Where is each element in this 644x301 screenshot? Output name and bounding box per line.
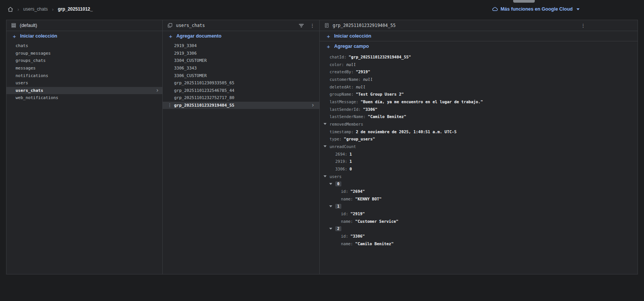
field-row-2919[interactable]: 2919:1 bbox=[320, 158, 638, 165]
document-item-label: grp_20251101232752717_80 bbox=[174, 95, 234, 100]
field-row-users[interactable]: users bbox=[320, 173, 638, 180]
field-key: customerName: bbox=[330, 77, 361, 82]
field-key: lastMessage: bbox=[330, 99, 358, 104]
field-row-name[interactable]: name:"Customer Service" bbox=[320, 217, 638, 225]
start-collection-label: Iniciar colección bbox=[20, 33, 57, 39]
collection-item-groups_chats[interactable]: groups_chats bbox=[6, 57, 162, 65]
breadcrumb-separator-icon: › bbox=[52, 7, 53, 12]
breadcrumb-item-current: grp_202511012_ bbox=[58, 6, 93, 12]
add-field-button[interactable]: + Agregar campo bbox=[320, 41, 638, 51]
add-document-button[interactable]: + Agregar documento bbox=[163, 31, 319, 41]
collection-item-label: users_chats bbox=[16, 88, 43, 93]
field-row-2694[interactable]: 2694:1 bbox=[320, 150, 638, 158]
collection-item-notifications[interactable]: notifications bbox=[6, 72, 162, 79]
field-row-customerName[interactable]: customerName:null bbox=[320, 76, 638, 83]
document-item-label: 3304_CUSTOMER bbox=[174, 58, 207, 63]
field-row-color[interactable]: color:null bbox=[320, 61, 638, 68]
field-row-lastMessage[interactable]: lastMessage:"Buen día, ya me encuentro e… bbox=[320, 98, 638, 106]
field-value-null: null bbox=[363, 77, 372, 82]
start-collection-button[interactable]: + Iniciar colección bbox=[320, 31, 638, 41]
field-row-groupName[interactable]: groupName:"Test Group Users 2" bbox=[320, 90, 638, 98]
field-row-removedMembers[interactable]: removedMembers bbox=[320, 120, 638, 128]
filter-button[interactable] bbox=[298, 23, 304, 28]
document-item-2919_3304[interactable]: 2919_3304 bbox=[163, 42, 319, 50]
document-item-3306_3343[interactable]: 3306_3343 bbox=[163, 65, 319, 72]
collection-item-label: notifications bbox=[16, 73, 48, 78]
document-item-label: 2919_3306 bbox=[174, 51, 197, 56]
document-fields: chatId:"grp_20251101232919404_55"color:n… bbox=[320, 53, 638, 247]
collection-item-users_chats[interactable]: users_chats› bbox=[6, 87, 162, 95]
breadcrumb-separator-icon: › bbox=[17, 7, 19, 12]
collapse-triangle-icon[interactable] bbox=[329, 228, 332, 230]
collection-item-label: group_messages bbox=[16, 51, 51, 56]
field-row-2[interactable]: 2 bbox=[320, 225, 638, 233]
field-key: users bbox=[330, 174, 342, 179]
field-key: createdBy: bbox=[330, 69, 353, 74]
array-index-badge: 2 bbox=[335, 226, 341, 231]
field-row-createdBy[interactable]: createdBy:"2919" bbox=[320, 68, 638, 76]
field-row-name[interactable]: name:"Camilo Benitez" bbox=[320, 240, 638, 247]
field-row-id[interactable]: id:"2919" bbox=[320, 210, 638, 217]
field-key: type: bbox=[330, 137, 342, 141]
document-item-grp_20251101232752717_80[interactable]: grp_20251101232752717_80 bbox=[163, 94, 319, 102]
field-value: "Camilo Benitez" bbox=[368, 114, 406, 119]
document-item-label: 3306_3343 bbox=[174, 66, 197, 71]
field-row-unreadCount[interactable]: unreadCount bbox=[320, 143, 638, 150]
breadcrumb-item-collection[interactable]: users_chats bbox=[23, 6, 48, 12]
kebab-menu-button[interactable]: ⋮ bbox=[310, 23, 315, 28]
field-key: deletedAt: bbox=[330, 85, 353, 89]
collapse-triangle-icon[interactable] bbox=[324, 145, 327, 147]
more-functions-google-cloud-button[interactable]: Más funciones en Google Cloud bbox=[492, 6, 580, 12]
field-key: 2919: bbox=[335, 159, 347, 164]
field-value: "2694" bbox=[350, 189, 365, 194]
collapse-triangle-icon[interactable] bbox=[329, 183, 332, 185]
collapse-triangle-icon[interactable] bbox=[324, 175, 327, 177]
field-row-type[interactable]: type:"group_users" bbox=[320, 136, 638, 143]
collection-item-web_notifications[interactable]: web_notifications bbox=[6, 94, 162, 102]
collection-item-users[interactable]: users bbox=[6, 79, 162, 87]
field-value: "2919" bbox=[356, 69, 370, 74]
collection-item-chats[interactable]: chats bbox=[6, 42, 162, 50]
document-item-grp_20251101232546785_44[interactable]: grp_20251101232546785_44 bbox=[163, 87, 319, 95]
document-item-grp_20251101230933505_65[interactable]: grp_20251101230933505_65 bbox=[163, 79, 319, 87]
collection-item-group_messages[interactable]: group_messages bbox=[6, 50, 162, 57]
field-row-id[interactable]: id:"3306" bbox=[320, 233, 638, 240]
document-panel: grp_20251101232919404_55 ⋮ + Iniciar col… bbox=[320, 20, 638, 274]
top-bar: › users_chats › grp_202511012_ Más funci… bbox=[0, 0, 644, 18]
document-item-3306_CUSTOMER[interactable]: 3306_CUSTOMER bbox=[163, 72, 319, 79]
document-item-3304_CUSTOMER[interactable]: 3304_CUSTOMER bbox=[163, 57, 319, 65]
field-row-name[interactable]: name:"KENNY BOT" bbox=[320, 195, 638, 203]
firestore-panels: (default) + Iniciar colección chatsgroup… bbox=[6, 20, 638, 274]
collapse-triangle-icon[interactable] bbox=[329, 205, 332, 207]
collapse-triangle-icon[interactable] bbox=[324, 123, 327, 125]
field-value: "Customer Service" bbox=[355, 219, 399, 224]
document-item-grp_20251101232919404_55[interactable]: ⋮grp_20251101232919404_55› bbox=[163, 102, 319, 109]
field-row-1[interactable]: 1 bbox=[320, 203, 638, 210]
kebab-menu-button[interactable]: ⋮ bbox=[581, 23, 586, 28]
field-row-id[interactable]: id:"2694" bbox=[320, 188, 638, 195]
documents-panel: users_chats ⋮ + Agregar documento 2919_3… bbox=[162, 20, 320, 274]
add-document-label: Agregar documento bbox=[176, 33, 221, 39]
kebab-icon[interactable]: ⋮ bbox=[168, 103, 172, 108]
home-button[interactable] bbox=[8, 6, 13, 12]
array-index-badge: 0 bbox=[335, 181, 341, 186]
field-row-lastSenderId[interactable]: lastSenderId:"3306" bbox=[320, 106, 638, 113]
document-item-2919_3306[interactable]: 2919_3306 bbox=[163, 50, 319, 57]
collection-item-messages[interactable]: messages bbox=[6, 65, 162, 72]
plus-icon: + bbox=[11, 33, 17, 39]
field-row-deletedAt[interactable]: deletedAt:null bbox=[320, 83, 638, 91]
chevron-right-icon: › bbox=[156, 88, 159, 93]
collections-panel: (default) + Iniciar colección chatsgroup… bbox=[6, 20, 162, 274]
field-row-lastSenderName[interactable]: lastSenderName:"Camilo Benitez" bbox=[320, 113, 638, 121]
field-row-3306[interactable]: 3306:0 bbox=[320, 165, 638, 173]
collection-item-label: messages bbox=[16, 66, 36, 71]
collection-item-label: chats bbox=[16, 43, 28, 48]
add-field-label: Agregar campo bbox=[334, 44, 369, 49]
field-row-0[interactable]: 0 bbox=[320, 180, 638, 188]
field-key: id: bbox=[341, 234, 348, 238]
start-collection-button[interactable]: + Iniciar colección bbox=[6, 31, 162, 41]
field-row-chatId[interactable]: chatId:"grp_20251101232919404_55" bbox=[320, 53, 638, 61]
array-index-badge: 1 bbox=[335, 204, 341, 209]
partially-visible-top-button[interactable] bbox=[513, 0, 535, 3]
field-row-timestamp[interactable]: timestamp:2 de noviembre de 2025, 1:40:5… bbox=[320, 128, 638, 136]
